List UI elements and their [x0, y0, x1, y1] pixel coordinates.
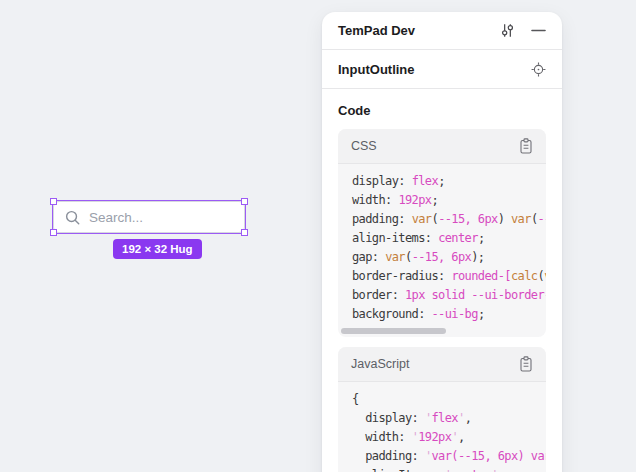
search-placeholder: Search... [89, 210, 143, 225]
panel-title: TemPad Dev [338, 23, 415, 38]
copy-clipboard-icon[interactable] [519, 356, 533, 372]
code-line: align-items: center; [352, 229, 546, 248]
code-line: width: 192px; [352, 191, 546, 210]
locate-crosshair-icon[interactable] [531, 62, 546, 77]
code-line: border-radius: rounded-[calc(var( [352, 267, 546, 286]
selection-outline [52, 200, 246, 234]
javascript-code-block: JavaScript { display: 'flex', width: '19… [338, 347, 546, 472]
code-line: width: '192px', [352, 428, 546, 447]
code-line: { [352, 390, 546, 409]
code-line: border: 1px solid --ui-border- [352, 286, 546, 305]
css-code[interactable]: display: flex;width: 192px;padding: var(… [338, 164, 546, 324]
css-language-label: CSS [351, 139, 377, 153]
horizontal-scrollbar-thumb[interactable] [341, 328, 446, 334]
code-line: background: --ui-bg; [352, 305, 546, 324]
javascript-language-label: JavaScript [351, 357, 409, 371]
selection-handle-top-left[interactable] [50, 198, 57, 205]
selected-component-row: InputOutline [322, 50, 562, 89]
tempad-dev-panel: TemPad Dev InputOutline [322, 12, 562, 472]
selection-handle-top-right[interactable] [241, 198, 248, 205]
javascript-code[interactable]: { display: 'flex', width: '192px', paddi… [338, 382, 546, 472]
css-code-block: CSS display: flex;width: 192px;padding: … [338, 129, 546, 337]
javascript-code-block-header: JavaScript [338, 347, 546, 382]
code-line: padding: 'var(--15, 6px) var(--15, 6px)'… [352, 447, 546, 466]
code-line: padding: var(--15, 6px) var(--15, 6px); [352, 210, 546, 229]
code-section: Code CSS display: flex;width: 192px;padd… [322, 89, 562, 472]
horizontal-scrollbar [341, 328, 543, 334]
code-line: display: 'flex', [352, 409, 546, 428]
code-section-title: Code [338, 103, 546, 118]
selection-size-badge: 192 × 32 Hug [113, 239, 202, 259]
copy-clipboard-icon[interactable] [519, 138, 533, 154]
code-line: gap: var(--15, 6px); [352, 248, 546, 267]
minimize-icon[interactable] [531, 23, 546, 38]
panel-header: TemPad Dev [322, 12, 562, 50]
css-code-block-header: CSS [338, 129, 546, 164]
search-input[interactable]: Search... [53, 201, 245, 233]
code-line: alignItems: 'center', [352, 466, 546, 472]
settings-sliders-icon[interactable] [499, 22, 516, 39]
search-icon [64, 209, 81, 226]
selection-handle-bottom-right[interactable] [241, 229, 248, 236]
component-name: InputOutline [338, 62, 415, 77]
selection-handle-bottom-left[interactable] [50, 229, 57, 236]
code-line: display: flex; [352, 172, 546, 191]
